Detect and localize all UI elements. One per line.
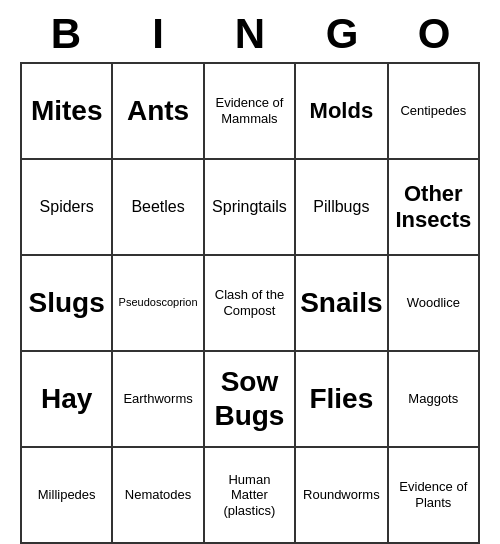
cell-text-17: Sow Bugs [209,365,290,432]
cell-text-0: Mites [31,94,103,128]
cell-text-20: Millipedes [38,487,96,503]
cell-14: Woodlice [389,256,480,352]
cell-20: Millipedes [22,448,113,544]
cell-text-1: Ants [127,94,189,128]
cell-text-8: Pillbugs [313,197,369,216]
cell-text-12: Clash of the Compost [209,287,290,318]
cell-24: Evidence of Plants [389,448,480,544]
cell-text-11: Pseudoscoprion [119,296,198,309]
cell-9: Other Insects [389,160,480,256]
cell-text-18: Flies [309,382,373,416]
cell-12: Clash of the Compost [205,256,296,352]
cell-16: Earthworms [113,352,204,448]
cell-2: Evidence of Mammals [205,64,296,160]
bingo-grid: MitesAntsEvidence of MammalsMoldsCentipe… [20,62,480,544]
cell-17: Sow Bugs [205,352,296,448]
cell-7: Springtails [205,160,296,256]
bingo-header: BINGO [20,10,480,58]
cell-13: Snails [296,256,388,352]
cell-text-5: Spiders [40,197,94,216]
cell-0: Mites [22,64,113,160]
header-letter-n: N [206,10,294,58]
cell-3: Molds [296,64,388,160]
cell-23: Roundworms [296,448,388,544]
cell-21: Nematodes [113,448,204,544]
cell-19: Maggots [389,352,480,448]
cell-text-4: Centipedes [400,103,466,119]
cell-text-3: Molds [310,98,374,124]
cell-15: Hay [22,352,113,448]
cell-text-19: Maggots [408,391,458,407]
cell-text-9: Other Insects [393,181,474,234]
cell-text-24: Evidence of Plants [393,479,474,510]
cell-text-16: Earthworms [123,391,192,407]
header-letter-o: O [390,10,478,58]
cell-text-15: Hay [41,382,92,416]
bingo-card: BINGO MitesAntsEvidence of MammalsMoldsC… [10,0,490,544]
cell-text-7: Springtails [212,197,287,216]
cell-5: Spiders [22,160,113,256]
header-letter-b: B [22,10,110,58]
cell-text-10: Slugs [29,286,105,320]
cell-8: Pillbugs [296,160,388,256]
cell-11: Pseudoscoprion [113,256,204,352]
cell-6: Beetles [113,160,204,256]
cell-text-2: Evidence of Mammals [209,95,290,126]
header-letter-g: G [298,10,386,58]
cell-4: Centipedes [389,64,480,160]
header-letter-i: I [114,10,202,58]
cell-text-6: Beetles [131,197,184,216]
cell-text-22: Human Matter (plastics) [209,472,290,519]
cell-text-13: Snails [300,286,382,320]
cell-18: Flies [296,352,388,448]
cell-text-23: Roundworms [303,487,380,503]
cell-1: Ants [113,64,204,160]
cell-text-14: Woodlice [407,295,460,311]
cell-22: Human Matter (plastics) [205,448,296,544]
cell-text-21: Nematodes [125,487,191,503]
cell-10: Slugs [22,256,113,352]
